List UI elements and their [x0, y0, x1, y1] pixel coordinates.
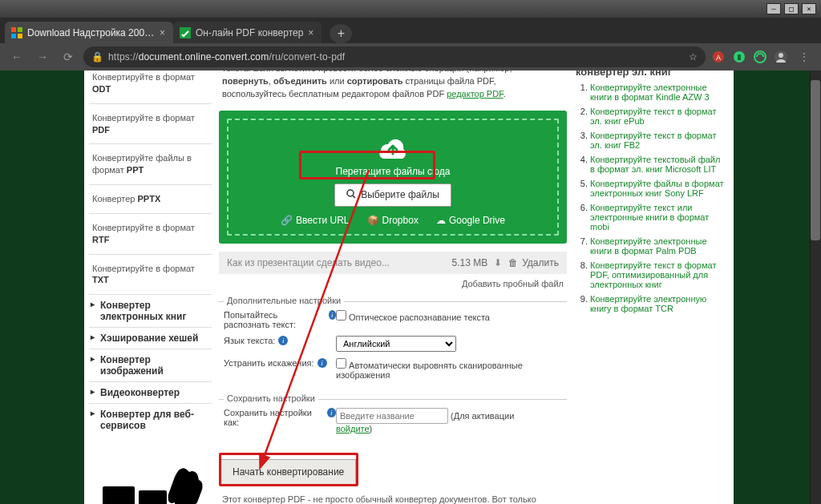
star-icon[interactable]: ☆	[689, 51, 698, 62]
info-icon[interactable]: i	[317, 358, 327, 368]
sidebar-format-link[interactable]: Конвертер PPTX	[89, 192, 212, 207]
sidebar-category[interactable]: Хэширование хешей	[89, 327, 212, 349]
page-viewport: Конвертируйте в формат ODT Конвертируйте…	[0, 71, 821, 504]
tab-title: Download Надстройка 2007 Mic	[27, 27, 155, 38]
language-select[interactable]: Английский	[336, 336, 456, 352]
nav-reload-icon[interactable]: ⟳	[58, 46, 79, 67]
dropzone-hint: Перетащите файлы сюда	[235, 166, 551, 177]
search-icon	[346, 189, 356, 201]
svg-rect-2	[11, 34, 16, 38]
footer-paragraph: Этот конвертер PDF - не просто обычный к…	[219, 490, 567, 504]
sidebar-format-link[interactable]: Конвертируйте в формат ODT	[89, 71, 212, 97]
preset-name-input[interactable]	[336, 408, 448, 424]
language-label: Язык текста:	[224, 336, 275, 345]
advanced-settings-fieldset: Дополнительные настройки Попытайтесь рас…	[219, 301, 567, 391]
gdrive-link[interactable]: ☁ Google Drive	[436, 215, 505, 226]
svg-rect-17	[175, 501, 191, 504]
tab-close-icon[interactable]: ×	[308, 27, 313, 38]
browser-tab[interactable]: Download Надстройка 2007 Mic ×	[5, 22, 173, 43]
sidebar-category[interactable]: Конвертер изображений	[89, 349, 212, 381]
tab-title: Он-лайн PDF конвертер	[196, 27, 303, 38]
svg-line-21	[353, 196, 355, 198]
sidebar-category[interactable]: Видеоконвертер	[89, 381, 212, 403]
dropbox-link[interactable]: 📦 Dropbox	[367, 215, 419, 226]
viewport-scrollbar[interactable]	[810, 71, 821, 504]
ocr-checkbox[interactable]	[336, 310, 346, 321]
choose-files-button[interactable]: Выберите файлы	[334, 183, 451, 207]
svg-rect-14	[103, 486, 135, 504]
sidebar-category[interactable]: Конвертер для веб-сервисов	[89, 403, 212, 436]
intro-paragraph: текста. Если вы хотите провести более сл…	[219, 71, 567, 106]
extension-icon[interactable]: A	[710, 49, 726, 65]
deskew-checkbox-label: Автоматически выровнять сканированные из…	[336, 361, 523, 380]
nav-back-icon[interactable]: ←	[6, 46, 27, 67]
save-as-label: Сохранить настройки как:	[224, 408, 324, 427]
browser-tabbar: Download Надстройка 2007 Mic × Он-лайн P…	[0, 18, 821, 43]
download-icon[interactable]: ⬇	[494, 257, 502, 268]
svg-rect-0	[11, 27, 16, 32]
svg-point-12	[779, 53, 783, 58]
ebook-converter-list: Конвертируйте электронные книги в формат…	[576, 83, 727, 313]
profile-avatar-icon[interactable]	[773, 49, 789, 65]
favicon-oc	[180, 27, 191, 38]
new-tab-button[interactable]: +	[330, 24, 352, 43]
info-icon[interactable]: i	[278, 336, 288, 345]
main-column: текста. Если вы хотите провести более сл…	[216, 71, 569, 504]
uploaded-filename: Как из презентации сделать видео...	[227, 257, 445, 268]
activation-hint: (Для активации	[451, 411, 514, 421]
info-icon[interactable]: i	[329, 310, 336, 320]
side-list-item: Конвертируйте текст в формат эл. книг FB…	[590, 131, 727, 150]
side-list-item: Конвертируйте электронную книгу в формат…	[590, 294, 727, 313]
window-close-button[interactable]: ×	[802, 3, 816, 14]
extension-icon[interactable]	[731, 49, 747, 65]
page-content: Конвертируйте в формат ODT Конвертируйте…	[84, 71, 734, 504]
url-box[interactable]: 🔒 https://document.online-convert.com/ru…	[83, 46, 706, 67]
uploaded-filesize: 5.13 MB	[451, 257, 487, 268]
sidebar-format-link[interactable]: Конвертируйте в формат PDF	[89, 111, 212, 138]
delete-file-button[interactable]: 🗑Удалить	[508, 257, 559, 268]
deskew-checkbox[interactable]	[336, 358, 346, 369]
fieldset-legend: Дополнительные настройки	[224, 296, 344, 305]
ocr-checkbox-label: Оптическое распознавание текста	[349, 312, 490, 322]
trash-icon: 🗑	[508, 257, 518, 268]
side-list-item: Конвертируйте текст в формат эл. книг eP…	[590, 107, 727, 126]
browser-tab[interactable]: Он-лайн PDF конвертер ×	[173, 22, 322, 43]
nav-forward-icon[interactable]: →	[32, 46, 53, 67]
svg-rect-3	[18, 34, 22, 38]
tab-close-icon[interactable]: ×	[160, 27, 165, 38]
side-list-item: Конвертируйте электронные книги в формат…	[590, 236, 727, 256]
side-list-item: Конвертируйте электронные книги в формат…	[590, 83, 727, 102]
login-link[interactable]: войдите	[336, 424, 370, 433]
window-titlebar: — □ ×	[0, 0, 821, 18]
svg-text:A: A	[716, 54, 721, 62]
lock-icon: 🔒	[91, 51, 103, 62]
file-dropzone[interactable]: Перетащите файлы сюда Выберите файлы 🔗 В…	[219, 111, 567, 244]
enter-url-link[interactable]: 🔗 Ввести URL	[281, 215, 349, 226]
cloud-upload-icon	[235, 131, 551, 163]
extension-icon[interactable]	[752, 49, 768, 65]
window-minimize-button[interactable]: —	[766, 3, 781, 14]
info-icon[interactable]: i	[327, 408, 336, 417]
sidebar-format-link[interactable]: Конвертируйте файлы в формат PPT	[89, 151, 212, 178]
side-title: конвертер эл. книг	[576, 71, 727, 83]
start-convert-button[interactable]: Начать конвертирование	[220, 459, 356, 485]
svg-rect-15	[139, 490, 167, 504]
side-list-item: Конвертируйте текст в формат PDF, оптими…	[590, 260, 727, 289]
pdf-editor-link[interactable]: редактор PDF	[447, 89, 503, 99]
dropzone-sources: 🔗 Ввести URL 📦 Dropbox ☁ Google Drive	[235, 215, 551, 226]
add-trial-file-link[interactable]: Добавить пробный файл	[462, 279, 564, 288]
sidebar-format-link[interactable]: Конвертируйте в формат RTF	[89, 220, 212, 248]
save-settings-fieldset: Сохранить настройки Сохранить настройки …	[219, 399, 567, 445]
svg-rect-4	[180, 27, 191, 38]
browser-address-bar: ← → ⟳ 🔒 https://document.online-convert.…	[0, 43, 821, 71]
sidebar-format-link[interactable]: Конвертируйте в формат TXT	[89, 261, 212, 288]
svg-rect-8	[738, 54, 741, 60]
sidebar-category[interactable]: Конвертер электронных книг	[89, 294, 212, 327]
sidebar-left: Конвертируйте в формат ODT Конвертируйте…	[84, 71, 216, 504]
scrollbar-thumb[interactable]	[811, 80, 820, 240]
browser-menu-icon[interactable]: ⋮	[794, 46, 815, 67]
ocr-label: Попытайтесь распознать текст:	[224, 310, 326, 329]
side-list-item: Конвертируйте текстовый файл в формат эл…	[590, 155, 727, 174]
fieldset-legend: Сохранить настройки	[224, 393, 318, 403]
window-maximize-button[interactable]: □	[784, 3, 799, 14]
